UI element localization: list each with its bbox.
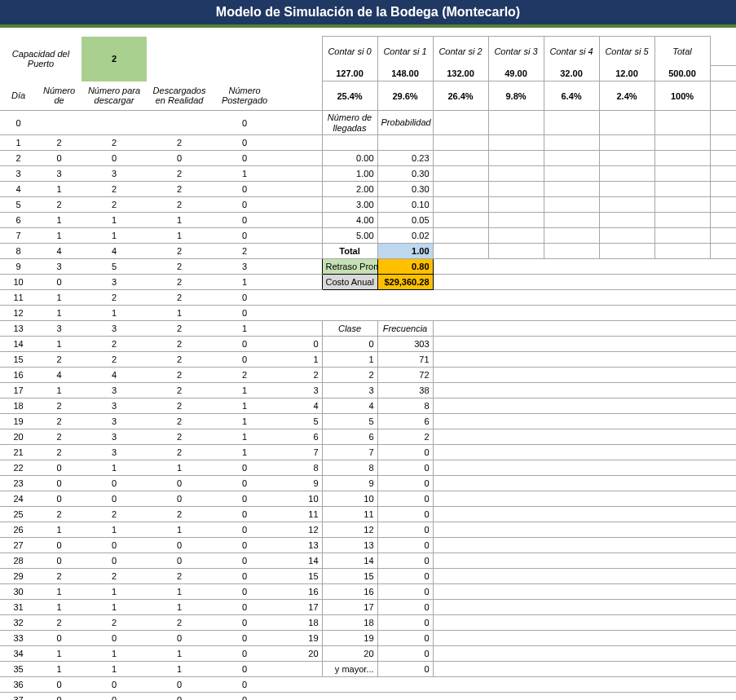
cell[interactable]: 0 (377, 460, 433, 476)
cell[interactable] (433, 538, 488, 553)
cell[interactable] (377, 693, 433, 701)
cell[interactable] (710, 429, 736, 445)
cell[interactable]: 28 (0, 553, 37, 569)
cell[interactable]: 3 (37, 259, 82, 275)
cell[interactable]: 2 (322, 368, 377, 383)
cell[interactable]: 3 (82, 166, 147, 182)
cell[interactable]: 15 (0, 352, 37, 368)
cell[interactable] (544, 631, 599, 646)
cell[interactable]: 2 (37, 429, 82, 445)
cell[interactable] (488, 631, 544, 646)
grid[interactable]: Capacidad del Puerto2Contar si 0Contar s… (0, 36, 736, 700)
cell[interactable]: 0 (37, 631, 82, 646)
cell[interactable]: 0 (37, 151, 82, 166)
cell[interactable] (599, 460, 654, 476)
cell[interactable]: 0 (212, 646, 277, 662)
cell[interactable]: 0 (212, 507, 277, 522)
cell[interactable]: Descargados en Realidad (147, 81, 212, 111)
cell[interactable]: 1 (147, 662, 212, 677)
cell[interactable] (488, 615, 544, 631)
cell[interactable]: 1.00 (322, 166, 377, 182)
cell[interactable] (488, 445, 544, 460)
cell[interactable] (488, 662, 544, 677)
cell[interactable] (710, 662, 736, 677)
cell[interactable]: Contar si 3 (488, 37, 544, 66)
cell[interactable]: 0 (377, 584, 433, 600)
cell[interactable] (654, 290, 710, 306)
cell[interactable]: 0 (37, 677, 82, 693)
cell[interactable] (654, 259, 710, 275)
cell[interactable]: Frecuencia (377, 321, 433, 337)
cell[interactable] (599, 197, 654, 213)
cell[interactable]: 33 (0, 631, 37, 646)
cell[interactable]: 10 (322, 491, 377, 507)
cell[interactable] (433, 213, 488, 228)
cell[interactable] (488, 368, 544, 383)
cell[interactable] (488, 476, 544, 491)
cell[interactable] (654, 306, 710, 321)
cell[interactable] (544, 693, 599, 701)
cell[interactable]: Capacidad del Puerto (0, 37, 82, 81)
cell[interactable]: 2 (147, 507, 212, 522)
cell[interactable]: 1 (82, 522, 147, 538)
cell[interactable] (654, 182, 710, 197)
cell[interactable] (654, 677, 710, 693)
cell[interactable]: 8 (377, 398, 433, 414)
cell[interactable]: 0 (212, 135, 277, 151)
cell[interactable]: 2 (147, 383, 212, 398)
cell[interactable]: 2 (147, 615, 212, 631)
cell[interactable] (488, 197, 544, 213)
cell[interactable] (544, 429, 599, 445)
cell[interactable]: 15 (277, 569, 322, 584)
cell[interactable]: 24 (0, 491, 37, 507)
cell[interactable] (654, 429, 710, 445)
cell[interactable] (599, 677, 654, 693)
cell[interactable]: 1 (37, 383, 82, 398)
cell[interactable] (433, 368, 488, 383)
cell[interactable]: 31 (0, 600, 37, 615)
cell[interactable] (710, 111, 736, 135)
cell[interactable]: 0 (212, 491, 277, 507)
cell[interactable]: 2 (147, 352, 212, 368)
cell[interactable] (488, 693, 544, 701)
cell[interactable] (654, 398, 710, 414)
cell[interactable]: 5.00 (322, 228, 377, 244)
cell[interactable]: 4 (82, 368, 147, 383)
cell[interactable]: Contar si 4 (544, 37, 599, 66)
cell[interactable]: 1 (212, 429, 277, 445)
cell[interactable] (488, 429, 544, 445)
cell[interactable] (488, 600, 544, 615)
cell[interactable]: 2 (37, 197, 82, 213)
cell[interactable] (654, 522, 710, 538)
cell[interactable] (599, 507, 654, 522)
cell[interactable] (544, 352, 599, 368)
cell[interactable]: 23 (0, 476, 37, 491)
cell[interactable]: 2 (82, 569, 147, 584)
cell[interactable] (488, 111, 544, 135)
cell[interactable]: 0 (212, 522, 277, 538)
cell[interactable]: 1 (37, 662, 82, 677)
cell[interactable]: 0 (212, 569, 277, 584)
cell[interactable] (654, 383, 710, 398)
cell[interactable] (277, 677, 322, 693)
cell[interactable]: 0 (212, 693, 277, 701)
cell[interactable] (599, 337, 654, 352)
cell[interactable] (433, 429, 488, 445)
cell[interactable]: 8 (322, 460, 377, 476)
cell[interactable]: 2 (82, 615, 147, 631)
cell[interactable]: 18 (277, 615, 322, 631)
cell[interactable] (544, 522, 599, 538)
cell[interactable]: 25.4% (322, 81, 377, 111)
cell[interactable]: 38 (377, 383, 433, 398)
cell[interactable] (599, 414, 654, 429)
cell[interactable] (544, 600, 599, 615)
cell[interactable] (654, 244, 710, 259)
cell[interactable]: 32 (0, 615, 37, 631)
cell[interactable] (544, 662, 599, 677)
cell[interactable]: 1 (82, 460, 147, 476)
cell[interactable] (377, 306, 433, 321)
cell[interactable] (433, 151, 488, 166)
cell[interactable]: 0 (212, 615, 277, 631)
cell[interactable]: 0 (212, 662, 277, 677)
cell[interactable]: 0 (377, 631, 433, 646)
